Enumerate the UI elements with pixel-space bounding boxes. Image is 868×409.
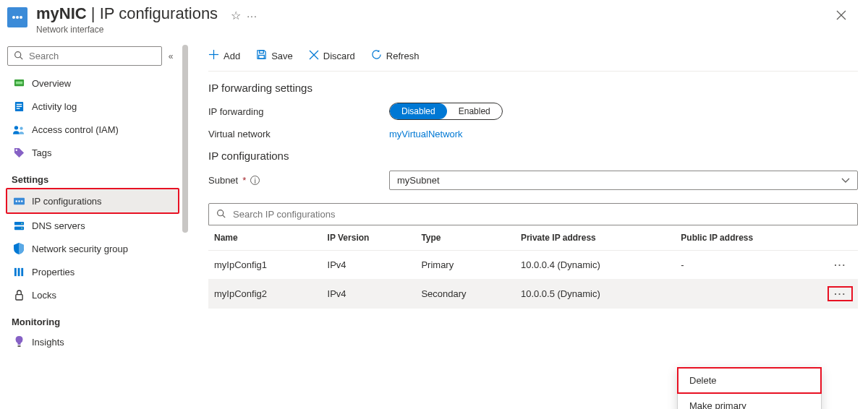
cell-pub — [675, 280, 822, 309]
svg-rect-24 — [14, 267, 16, 275]
svg-point-22 — [21, 223, 22, 224]
svg-point-5 — [15, 51, 21, 57]
page-name: IP configurations — [100, 4, 218, 22]
col-name[interactable]: Name — [208, 225, 322, 251]
sidebar-search[interactable] — [7, 46, 162, 66]
svg-rect-12 — [16, 108, 20, 108]
col-ipv[interactable]: IP Version — [322, 225, 416, 251]
more-commands-icon[interactable]: ··· — [247, 10, 258, 22]
svg-point-23 — [21, 227, 22, 228]
resource-type-icon — [7, 7, 27, 27]
scrollbar-thumb[interactable] — [182, 45, 188, 233]
command-bar: Add Save Discard Refresh — [208, 42, 858, 72]
discard-icon — [309, 50, 319, 62]
activity-log-icon — [13, 100, 25, 112]
menu-label: Delete — [689, 375, 717, 386]
sidebar-item-label: Insights — [32, 337, 64, 348]
sidebar-search-input[interactable] — [27, 50, 156, 62]
cell-pub: - — [675, 251, 822, 280]
toggle-option-disabled[interactable]: Disabled — [390, 103, 447, 119]
insights-icon — [13, 336, 25, 348]
toggle-option-enabled[interactable]: Enabled — [447, 103, 502, 119]
save-button[interactable]: Save — [256, 49, 293, 62]
ip-config-search-input[interactable] — [231, 208, 850, 220]
col-pub[interactable]: Public IP address — [675, 225, 822, 251]
button-label: Refresh — [386, 51, 420, 61]
sidebar-item-ip-configurations[interactable]: IP configurations — [6, 188, 179, 214]
collapse-sidebar-button[interactable]: « — [162, 51, 179, 61]
sidebar-item-activity-log[interactable]: Activity log — [7, 95, 179, 118]
refresh-icon — [371, 49, 382, 62]
sidebar-item-tags[interactable]: Tags — [7, 141, 179, 164]
sidebar-item-access-control[interactable]: Access control (IAM) — [7, 118, 179, 141]
svg-rect-28 — [17, 345, 20, 347]
svg-line-36 — [223, 215, 225, 217]
svg-point-0 — [12, 16, 15, 19]
ip-configurations-heading: IP configurations — [208, 150, 858, 162]
sidebar-item-dns-servers[interactable]: DNS servers — [7, 214, 179, 237]
ip-config-search[interactable] — [208, 203, 858, 225]
button-label: Save — [271, 51, 293, 61]
svg-point-15 — [15, 149, 17, 150]
svg-rect-31 — [259, 55, 265, 59]
info-icon[interactable]: i — [250, 176, 260, 185]
page-header: myNIC | IP configurations Network interf… — [0, 0, 868, 42]
context-menu-delete[interactable]: Delete — [678, 368, 821, 393]
sidebar-item-label: Access control (IAM) — [32, 124, 119, 135]
svg-point-35 — [218, 210, 224, 215]
search-icon — [216, 209, 226, 220]
resource-subtitle: Network interface — [36, 25, 218, 35]
discard-button[interactable]: Discard — [309, 50, 355, 62]
virtual-network-link[interactable]: myVirtualNetwork — [389, 129, 463, 139]
sidebar-item-label: Activity log — [32, 101, 77, 112]
row-context-menu: Delete Make primary Pin to dashboard — [677, 367, 822, 409]
context-menu-make-primary[interactable]: Make primary — [678, 393, 821, 409]
resource-name: myNIC — [36, 4, 87, 22]
sidebar-item-label: Tags — [32, 147, 51, 158]
ip-forwarding-heading: IP forwarding settings — [208, 82, 858, 94]
svg-rect-25 — [17, 267, 20, 275]
add-button[interactable]: Add — [208, 49, 240, 62]
table-row[interactable]: myIpConfig2 IPv4 Secondary 10.0.0.5 (Dyn… — [208, 280, 858, 309]
svg-rect-11 — [16, 106, 22, 106]
ip-forwarding-label: IP forwarding — [208, 106, 389, 117]
cell-ipv: IPv4 — [322, 251, 416, 280]
sidebar-item-label: DNS servers — [32, 220, 85, 231]
table-row[interactable]: myIpConfig1 IPv4 Primary 10.0.0.4 (Dynam… — [208, 251, 858, 280]
svg-rect-32 — [260, 51, 264, 53]
refresh-button[interactable]: Refresh — [371, 49, 420, 62]
sidebar-item-overview[interactable]: Overview — [7, 72, 179, 95]
properties-icon — [13, 266, 25, 277]
cell-name: myIpConfig1 — [208, 251, 322, 280]
ip-config-table: Name IP Version Type Private IP address … — [208, 225, 858, 309]
row-menu-button[interactable]: ··· — [828, 287, 852, 301]
subnet-label: Subnet * i — [208, 175, 389, 186]
content-scrollbar[interactable] — [179, 42, 191, 409]
close-blade-button[interactable] — [829, 4, 854, 28]
col-type[interactable]: Type — [415, 225, 515, 251]
favorite-star-icon[interactable]: ☆ — [231, 9, 241, 22]
col-priv[interactable]: Private IP address — [515, 225, 675, 251]
row-menu-button[interactable]: ··· — [828, 258, 852, 272]
sidebar-item-locks[interactable]: Locks — [7, 283, 179, 306]
subnet-dropdown[interactable]: mySubnet — [389, 171, 858, 190]
search-icon — [14, 51, 23, 62]
sidebar-item-label: IP configurations — [32, 196, 102, 207]
shield-icon — [13, 243, 25, 254]
menu-label: Make primary — [689, 400, 746, 409]
sidebar-item-insights[interactable]: Insights — [7, 330, 179, 353]
sidebar-section-monitoring: Monitoring — [12, 317, 179, 327]
svg-rect-10 — [16, 103, 22, 104]
dns-icon — [13, 220, 25, 231]
svg-point-2 — [20, 16, 22, 19]
sidebar-item-label: Properties — [32, 267, 75, 277]
cell-type: Secondary — [415, 280, 515, 309]
sidebar-item-nsg[interactable]: Network security group — [7, 237, 179, 260]
subnet-value: mySubnet — [397, 175, 440, 186]
button-label: Discard — [323, 51, 355, 61]
sidebar-item-properties[interactable]: Properties — [7, 260, 179, 283]
ip-forwarding-toggle[interactable]: Disabled Enabled — [389, 103, 503, 120]
svg-point-13 — [14, 126, 18, 129]
sidebar-item-label: Network security group — [32, 244, 128, 254]
svg-line-6 — [20, 56, 22, 59]
